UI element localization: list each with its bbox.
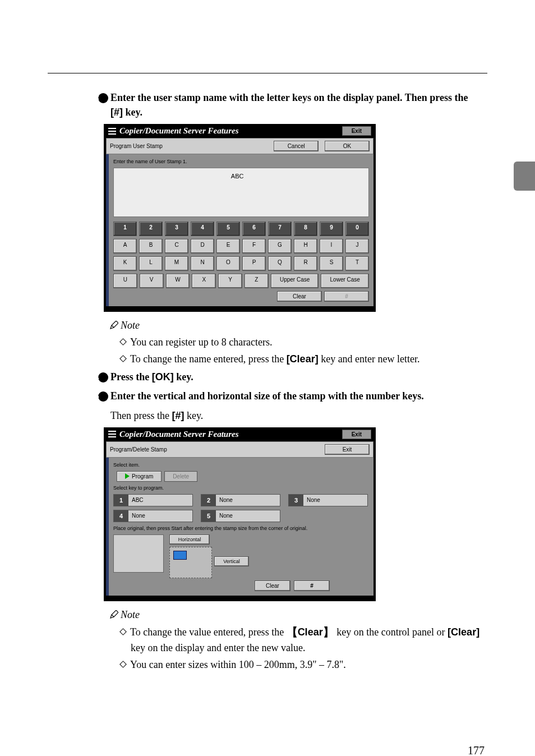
shot2-clear-button[interactable]: Clear <box>255 580 290 591</box>
slot-3-val: None <box>303 495 367 506</box>
key-0[interactable]: 0 <box>345 222 369 236</box>
shot2-subhead-label: Program/Delete Stamp <box>110 446 167 453</box>
slot-1[interactable]: 1ABC <box>113 494 193 506</box>
key-n[interactable]: N <box>191 256 214 271</box>
shot1-letter-row-2: K L M N O P Q R S T <box>113 256 369 271</box>
shot1-letter-row-1: A B C D E F G H I J <box>113 239 369 253</box>
key-1[interactable]: 1 <box>113 222 137 236</box>
shot1-digit-row: 1 2 3 4 5 6 7 8 9 0 <box>113 222 369 236</box>
key-e[interactable]: E <box>216 239 240 253</box>
key-9[interactable]: 9 <box>320 222 343 236</box>
step-5: 5Enter the vertical and horizontal size … <box>98 389 476 403</box>
key-d[interactable]: D <box>191 239 214 253</box>
key-3[interactable]: 3 <box>165 222 188 236</box>
tab-delete[interactable]: Delete <box>164 471 197 482</box>
key-5[interactable]: 5 <box>216 222 240 236</box>
tab-program[interactable]: Program <box>117 471 162 482</box>
key-4[interactable]: 4 <box>191 222 214 236</box>
shot2-hash-button[interactable]: # <box>294 580 330 591</box>
key-6[interactable]: 6 <box>242 222 266 236</box>
hash-key-label: [#] <box>110 107 123 118</box>
key-a[interactable]: A <box>113 239 137 253</box>
key-y[interactable]: Y <box>218 274 242 288</box>
step-number-3-icon: 3 <box>98 93 108 103</box>
key-i[interactable]: I <box>320 239 343 253</box>
step-5-text-c: key. <box>184 410 203 421</box>
key-p[interactable]: P <box>242 256 266 271</box>
hash-key-label-2: [#] <box>172 410 184 421</box>
key-lower-case[interactable]: Lower Case <box>321 274 369 288</box>
key-t[interactable]: T <box>345 256 369 271</box>
key-x[interactable]: X <box>192 274 216 288</box>
key-q[interactable]: Q <box>268 256 292 271</box>
shot1-subheader: Program User Stamp Cancel OK <box>106 138 373 154</box>
shot1-letter-row-3: U V W X Y Z Upper Case Lower Case <box>113 274 369 288</box>
step-4-text-a: Press the <box>110 371 152 382</box>
key-h[interactable]: H <box>294 239 317 253</box>
bullet-icon <box>119 355 127 362</box>
shot1-entered-text: ABC <box>231 173 244 179</box>
key-8[interactable]: 8 <box>294 222 317 236</box>
slot-2-num: 2 <box>201 495 216 506</box>
screenshot-keyboard-panel: Copier/Document Server Features Exit Pro… <box>104 124 376 312</box>
note-1-item-2b: key and enter new letter. <box>319 353 420 365</box>
key-c[interactable]: C <box>165 239 188 253</box>
horizontal-button[interactable]: Horizontal <box>169 534 210 545</box>
note-2-item-1a: To change the value entered, press the <box>130 626 287 638</box>
key-b[interactable]: B <box>139 239 163 253</box>
shot2-size-field[interactable] <box>113 534 164 573</box>
slot-2[interactable]: 2None <box>201 494 280 506</box>
shot1-titlebar: Copier/Document Server Features Exit <box>104 124 376 138</box>
key-l[interactable]: L <box>139 256 163 271</box>
top-rule <box>48 73 487 73</box>
key-m[interactable]: M <box>165 256 188 271</box>
slot-5[interactable]: 5None <box>201 510 280 522</box>
slot-2-val: None <box>216 495 280 506</box>
slot-3-num: 3 <box>289 495 303 506</box>
slot-3[interactable]: 3None <box>288 494 368 506</box>
step-5-text-a: Enter the vertical and horizontal size o… <box>110 390 424 402</box>
section-side-tab <box>514 162 535 191</box>
shot2-slot-row-1: 1ABC 2None 3None <box>113 494 369 506</box>
key-w[interactable]: W <box>166 274 190 288</box>
key-hash[interactable]: # <box>324 291 369 302</box>
key-f[interactable]: F <box>242 239 266 253</box>
key-r[interactable]: R <box>294 256 317 271</box>
shot1-exit-button[interactable]: Exit <box>342 126 371 136</box>
key-v[interactable]: V <box>140 274 164 288</box>
note-1-item-1-text: You can register up to 8 characters. <box>130 336 273 348</box>
key-u[interactable]: U <box>113 274 137 288</box>
note-2-item-2: You can enter sizes within 100 – 200mm, … <box>121 657 487 672</box>
slot-4-num: 4 <box>114 510 128 522</box>
shot2-exit-button[interactable]: Exit <box>342 430 371 439</box>
shot1-text-input[interactable]: ABC <box>113 168 369 217</box>
shot2-top-exit-button[interactable]: Exit <box>325 444 370 455</box>
slot-1-num: 1 <box>114 495 128 506</box>
key-s[interactable]: S <box>320 256 343 271</box>
key-7[interactable]: 7 <box>268 222 292 236</box>
slot-4-val: None <box>128 510 192 522</box>
tab-program-label: Program <box>132 473 153 480</box>
stamp-position-diagram <box>169 547 212 578</box>
slot-4[interactable]: 4None <box>113 510 193 522</box>
key-clear[interactable]: Clear <box>277 291 322 302</box>
clear-key-label: [Clear] <box>287 353 319 365</box>
note-2-item-1c: key on the display and enter the new val… <box>131 642 305 653</box>
key-k[interactable]: K <box>113 256 137 271</box>
key-g[interactable]: G <box>268 239 292 253</box>
shot1-cancel-button[interactable]: Cancel <box>274 141 319 151</box>
key-2[interactable]: 2 <box>139 222 163 236</box>
vertical-button[interactable]: Vertical <box>214 556 249 566</box>
note-2-label: Note <box>121 609 140 620</box>
note-2-header: Note <box>109 609 487 621</box>
step-3-text-b: Then press the <box>405 92 468 103</box>
key-j[interactable]: J <box>345 239 369 253</box>
shot1-bottom-row: Clear # <box>113 291 369 302</box>
key-upper-case[interactable]: Upper Case <box>271 274 319 288</box>
key-z[interactable]: Z <box>245 274 269 288</box>
step-number-4-icon: 4 <box>98 372 108 382</box>
shot1-ok-button[interactable]: OK <box>325 141 370 151</box>
key-o[interactable]: O <box>216 256 240 271</box>
slot-5-num: 5 <box>201 510 216 522</box>
slot-1-val: ABC <box>128 495 192 506</box>
